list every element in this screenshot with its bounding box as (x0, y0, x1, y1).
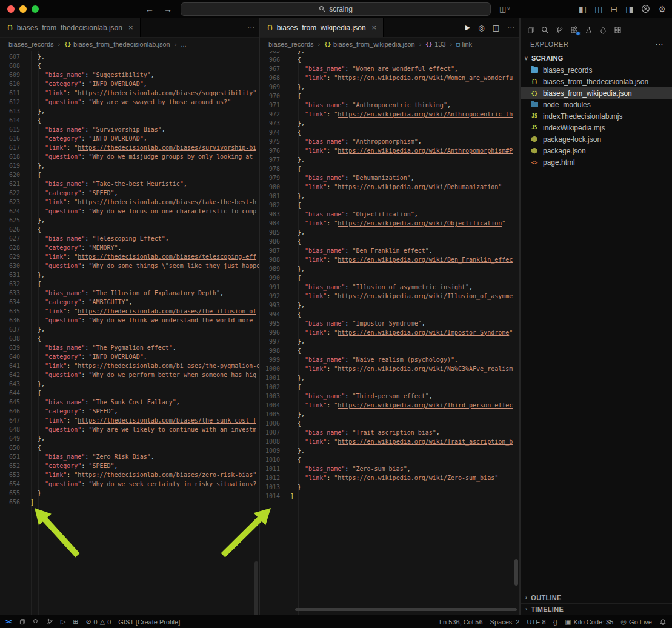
workspace-row[interactable]: ∨ SCRAING (521, 52, 672, 64)
code-line[interactable]: 992 "link": "https://en.wikipedia.org/wi… (260, 292, 519, 301)
code-line[interactable]: 1007 "bias_name": "Trait ascription bias… (260, 428, 519, 437)
code-line[interactable]: 976 "link": "https://en.wikipedia.org/wi… (260, 146, 519, 155)
code-line[interactable]: 651 "bias_name": "Zero Risk Bias", (0, 452, 259, 461)
forward-icon[interactable]: → (164, 4, 172, 14)
notifications-bell-icon[interactable] (659, 618, 667, 626)
encoding-setting[interactable]: UTF-8 (527, 618, 545, 626)
code-line[interactable]: 634 "category": "AMBIGUITY", (0, 298, 259, 307)
code-line[interactable]: 1008 "link": "https://en.wikipedia.org/w… (260, 437, 519, 446)
code-line[interactable]: 1009 }, (260, 446, 519, 455)
testing-icon[interactable] (585, 26, 593, 34)
code-line[interactable]: 1005 }, (260, 410, 519, 419)
code-line[interactable]: 633 "bias_name": "The Illusion of Explan… (0, 289, 259, 298)
code-line[interactable]: 973 }, (260, 119, 519, 128)
code-line[interactable]: 983 "bias_name": "Objectification", (260, 210, 519, 219)
code-line[interactable]: 618 "question": "Why do we misjudge grou… (0, 152, 259, 161)
code-line[interactable]: 977 }, (260, 155, 519, 164)
code-line[interactable]: 637 }, (0, 325, 259, 334)
code-line[interactable]: 978 { (260, 164, 519, 173)
more-actions-icon[interactable]: ⋯ (247, 24, 254, 32)
command-center-search[interactable]: scraing (181, 2, 491, 16)
code-line[interactable]: 632 { (0, 279, 259, 289)
code-line[interactable]: 617 "link": "https://thedecisionlab.com/… (0, 143, 259, 152)
code-line[interactable]: 994 { (260, 310, 519, 319)
code-line[interactable]: 621 "bias_name": "Take-the-best Heuristi… (0, 179, 259, 189)
code-line[interactable]: 626 { (0, 225, 259, 234)
vertical-scrollbar[interactable] (514, 559, 518, 586)
more-actions-icon[interactable]: ⋯ (507, 24, 514, 32)
code-line[interactable]: 652 "category": "SPEED", (0, 461, 259, 470)
run-code-icon[interactable]: ▶ (465, 24, 470, 32)
code-line[interactable]: 636 "question": "Why do we think we unde… (0, 316, 259, 325)
close-icon[interactable]: × (372, 23, 377, 32)
code-line[interactable]: 1000 "link": "https://en.wikipedia.org/w… (260, 364, 519, 373)
code-line[interactable]: 608 { (0, 61, 259, 70)
remote-indicator-icon[interactable]: >< (5, 618, 12, 625)
code-line[interactable]: 645 "bias_name": "The Sunk Cost Fallacy"… (0, 398, 259, 407)
search-icon[interactable] (33, 618, 39, 625)
code-line[interactable]: 607 }, (0, 52, 259, 61)
code-line[interactable]: 991 "bias_name": "Illusion of asymmetric… (260, 282, 519, 292)
code-line[interactable]: 993 }, (260, 301, 519, 310)
code-line[interactable]: 644 { (0, 389, 259, 398)
code-line[interactable]: 989 }, (260, 264, 519, 273)
code-line[interactable]: 1001 }, (260, 373, 519, 382)
code-line[interactable]: 623 "link": "https://thedecisionlab.com/… (0, 198, 259, 207)
code-line[interactable]: 616 "category": "INFO OVERLOAD", (0, 134, 259, 143)
breadcrumb-item[interactable]: biases_records (8, 41, 54, 48)
code-line[interactable]: 649 }, (0, 434, 259, 443)
breadcrumb-item[interactable]: {}133 (425, 41, 445, 48)
code-line[interactable]: 653 "link": "https://thedecisionlab.com/… (0, 470, 259, 479)
code-line[interactable]: 996 "link": "https://en.wikipedia.org/wi… (260, 328, 519, 337)
editor-right[interactable]: 965 },966 {967 "bias_name": "Women are w… (260, 51, 519, 615)
vertical-scrollbar[interactable] (254, 561, 258, 615)
code-line[interactable]: 1006 { (260, 419, 519, 428)
toggle-panel-icon[interactable]: ⊟ (610, 4, 617, 14)
code-line[interactable]: 650 { (0, 443, 259, 452)
code-line[interactable]: 643 }, (0, 379, 259, 389)
code-line[interactable]: 967 "bias_name": "Women are wonderful ef… (260, 64, 519, 73)
code-line[interactable]: 984 "link": "https://en.wikipedia.org/wi… (260, 219, 519, 228)
code-line[interactable]: 630 "question": "Why do some things \"se… (0, 261, 259, 270)
explorer-item[interactable]: package-lock.json (521, 133, 672, 145)
language-mode[interactable]: {} (553, 618, 557, 626)
close-window-button[interactable] (7, 5, 15, 13)
code-line[interactable]: 975 "bias_name": "Anthropomorphism", (260, 137, 519, 146)
timeline-section[interactable]: › TIMELINE (521, 603, 672, 615)
horizontal-scrollbar[interactable] (295, 608, 517, 611)
accounts-icon[interactable] (641, 4, 650, 13)
indentation-setting[interactable]: Spaces: 2 (490, 618, 520, 626)
cursor-position[interactable]: Ln 536, Col 56 (439, 618, 483, 626)
code-line[interactable]: 1013 } (260, 483, 519, 492)
code-line[interactable]: 1014] (260, 492, 519, 501)
code-line[interactable]: 988 "link": "https://en.wikipedia.org/wi… (260, 255, 519, 264)
code-line[interactable]: 986 { (260, 237, 519, 246)
code-line[interactable]: 654 "question": "Why do we seek certaint… (0, 479, 259, 489)
code-line[interactable]: 620 { (0, 170, 259, 179)
settings-gear-icon[interactable]: ⚙ (658, 4, 666, 14)
editor-layout-dropdown[interactable]: ◫∨ (499, 5, 510, 13)
code-line[interactable]: 980 "link": "https://en.wikipedia.org/wi… (260, 182, 519, 192)
explorer-item[interactable]: JSindexWikipedia.mjs (521, 122, 672, 133)
code-line[interactable]: 641 "link": "https://thedecisionlab.com/… (0, 361, 259, 370)
code-line[interactable]: 990 { (260, 273, 519, 282)
explorer-item[interactable]: {}biases_from_thedecisionlab.json (521, 76, 672, 87)
close-icon[interactable]: × (128, 23, 133, 32)
code-line[interactable]: 614 { (0, 116, 259, 125)
code-line[interactable]: 970 { (260, 92, 519, 101)
breadcrumb-item[interactable]: {}biases_from_thedecisionlab.json (64, 41, 170, 48)
code-line[interactable]: 1004 "link": "https://en.wikipedia.org/w… (260, 401, 519, 410)
code-line[interactable]: 971 "bias_name": "Anthropocentric thinki… (260, 101, 519, 110)
live-preview-icon[interactable]: ◎ (478, 24, 484, 32)
code-line[interactable]: 635 "link": "https://thedecisionlab.com/… (0, 307, 259, 316)
code-line[interactable]: 639 "bias_name": "The Pygmalion effect", (0, 343, 259, 352)
code-line[interactable]: 646 "category": "SPEED", (0, 407, 259, 416)
source-control-icon[interactable] (556, 26, 564, 34)
code-line[interactable]: 615 "bias_name": "Survivorship Bias", (0, 125, 259, 134)
code-line[interactable]: 982 { (260, 201, 519, 210)
grid-icon[interactable] (614, 26, 622, 34)
problems-indicator[interactable]: ⊘ 0 △ 0 (85, 618, 111, 626)
code-line[interactable]: 998 { (260, 346, 519, 355)
code-line[interactable]: 647 "link": "https://thedecisionlab.com/… (0, 416, 259, 425)
editor-left[interactable]: 607 },608 {609 "bias_name": "Suggestibil… (0, 51, 259, 615)
